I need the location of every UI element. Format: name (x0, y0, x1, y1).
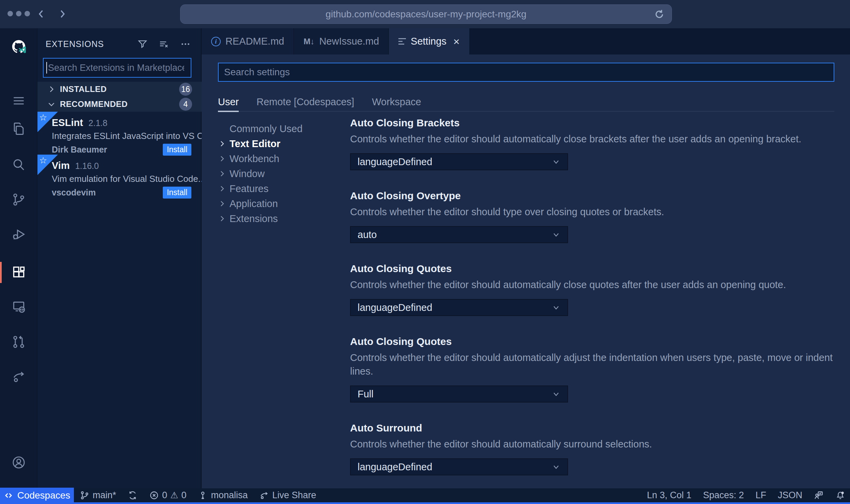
chevron-right-icon (218, 185, 226, 193)
section-recommended[interactable]: RECOMMENDED 4 (37, 97, 202, 112)
window-minimize-button[interactable] (16, 11, 21, 16)
user-indicator[interactable]: monalisa (192, 490, 253, 501)
search-icon[interactable] (0, 154, 37, 175)
person-icon (198, 490, 208, 500)
settings-editor: User Remote [Codespaces] Workspace Commo… (202, 54, 850, 488)
chevron-right-icon (47, 85, 56, 94)
extensions-search[interactable] (43, 58, 191, 78)
window-controls[interactable] (7, 11, 30, 16)
browser-chrome: github.com/codespaces/user-my-project-mg… (0, 0, 850, 28)
chevron-down-icon (47, 100, 56, 109)
notifications-button[interactable] (830, 490, 845, 500)
eol-indicator[interactable]: LF (750, 490, 772, 501)
extension-version: 1.16.0 (75, 161, 99, 171)
extension-publisher: Dirk Baeumer (52, 145, 107, 155)
toc-window[interactable]: Window (218, 166, 350, 181)
address-bar[interactable]: github.com/codespaces/user-my-project-mg… (180, 4, 672, 24)
setting-dropdown[interactable]: languageDefined (350, 299, 568, 316)
tab-bar: i README.md M↓ NewIssue.md Settings × (202, 28, 850, 54)
sync-icon (128, 490, 138, 500)
chevron-right-icon (218, 155, 226, 163)
settings-search[interactable] (218, 63, 834, 82)
extension-publisher: vscodevim (52, 188, 96, 198)
chevron-right-icon (218, 200, 226, 208)
setting-dropdown[interactable]: Full (350, 385, 568, 403)
text-caret (46, 62, 47, 74)
setting-dropdown[interactable]: languageDefined (350, 153, 568, 170)
extensions-icon[interactable] (0, 262, 37, 283)
tab-readme[interactable]: i README.md (202, 28, 294, 54)
install-button[interactable]: Install (163, 144, 191, 156)
indentation-indicator[interactable]: Spaces: 2 (697, 490, 750, 501)
source-control-icon[interactable] (0, 189, 37, 210)
settings-editor-icon (398, 38, 406, 45)
run-debug-icon[interactable] (0, 224, 37, 245)
activity-bar: ⚙ (0, 28, 37, 488)
close-tab-icon[interactable]: × (453, 36, 460, 47)
forward-icon[interactable] (57, 8, 68, 20)
toc-commonly-used[interactable]: Commonly Used (218, 121, 350, 136)
toc-features[interactable]: Features (218, 181, 350, 196)
toc-application[interactable]: Application (218, 196, 350, 211)
toc-text-editor[interactable]: Text Editor (218, 136, 350, 151)
settings-list: Auto Closing Brackets Controls whether t… (350, 116, 837, 488)
url-text: github.com/codespaces/user-my-project-mg… (326, 9, 526, 20)
info-icon: i (211, 37, 221, 46)
chevron-right-icon (218, 140, 226, 148)
setting-dropdown[interactable]: languageDefined (350, 458, 568, 475)
window-close-button[interactable] (7, 11, 13, 16)
extension-card-vim[interactable]: ☆ Vim 1.16.0 Vim emulation for Visual St… (37, 155, 202, 198)
language-mode[interactable]: JSON (772, 490, 808, 501)
markdown-icon: M↓ (303, 37, 314, 46)
problems-indicator[interactable]: 0 ⚠ 0 (143, 490, 192, 501)
setting-dropdown[interactable]: auto (350, 226, 568, 243)
live-share-icon (259, 490, 269, 500)
filter-icon[interactable] (137, 39, 148, 49)
scope-tab-workspace[interactable]: Workspace (372, 93, 421, 111)
menu-icon[interactable] (0, 90, 37, 111)
live-share-button[interactable]: Live Share (253, 490, 322, 501)
explorer-icon[interactable] (0, 118, 37, 139)
extension-version: 2.1.8 (89, 118, 108, 128)
live-share-icon[interactable] (0, 366, 37, 387)
remote-explorer-icon[interactable] (0, 296, 37, 317)
extension-description: Integrates ESLint JavaScript into VS C..… (52, 131, 211, 141)
sync-indicator[interactable] (122, 490, 143, 500)
github-codespaces-logo (0, 35, 37, 58)
recommended-count-badge: 4 (179, 98, 192, 111)
cursor-position[interactable]: Ln 3, Col 1 (641, 490, 697, 501)
setting-auto-closing-brackets: Auto Closing Brackets Controls whether t… (350, 116, 837, 170)
reload-icon[interactable] (654, 9, 665, 20)
remote-icon (4, 491, 13, 500)
extension-card-eslint[interactable]: ☆ ESLint 2.1.8 Integrates ESLint JavaScr… (37, 112, 202, 155)
warnings-icon: ⚠ (170, 490, 178, 501)
chevron-right-icon (218, 170, 226, 178)
section-installed[interactable]: INSTALLED 16 (37, 82, 202, 97)
errors-icon (149, 490, 159, 500)
account-icon[interactable] (0, 452, 37, 473)
branch-indicator[interactable]: main* (74, 490, 122, 501)
scope-tab-remote[interactable]: Remote [Codespaces] (256, 93, 354, 111)
tab-newissue[interactable]: M↓ NewIssue.md (294, 28, 389, 54)
chevron-down-icon (552, 157, 561, 166)
chevron-down-icon (552, 462, 561, 471)
tab-settings[interactable]: Settings × (389, 28, 469, 54)
installed-count-badge: 16 (179, 83, 192, 96)
install-button[interactable]: Install (163, 187, 191, 199)
window-zoom-button[interactable] (25, 11, 30, 16)
status-bar: Codespaces main* 0 ⚠ 0 monalisa Live (0, 488, 850, 504)
feedback-button[interactable] (808, 490, 830, 500)
extensions-search-input[interactable] (48, 63, 184, 73)
clear-extensions-icon[interactable] (159, 39, 169, 49)
scope-tab-user[interactable]: User (218, 93, 239, 111)
back-icon[interactable] (35, 8, 47, 20)
toc-workbench[interactable]: Workbench (218, 151, 350, 166)
more-actions-icon[interactable] (180, 39, 191, 49)
toc-extensions[interactable]: Extensions (218, 211, 350, 226)
settings-search-input[interactable] (224, 67, 803, 78)
extension-name: ESLint (52, 117, 83, 128)
settings-scope-tabs: User Remote [Codespaces] Workspace (218, 93, 834, 112)
codespaces-remote-button[interactable]: Codespaces (0, 488, 74, 503)
pull-requests-icon[interactable] (0, 331, 37, 352)
editor-area: i README.md M↓ NewIssue.md Settings × Us… (202, 28, 850, 488)
